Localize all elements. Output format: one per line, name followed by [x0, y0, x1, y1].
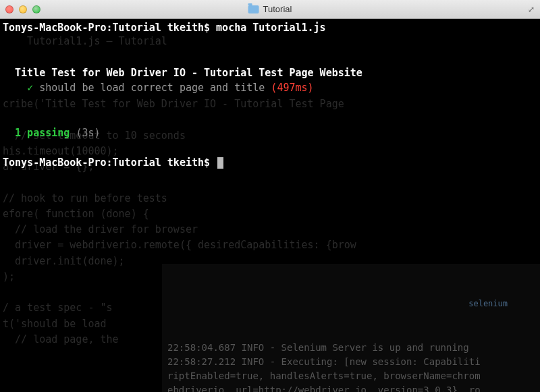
- prompt-line-2: Tonys-MacBook-Pro:Tutorial tkeith$: [3, 155, 537, 171]
- terminal-output: Tonys-MacBook-Pro:Tutorial tkeith$ mocha…: [3, 20, 537, 171]
- passing-line: 1 passing (3s): [3, 125, 537, 141]
- expand-icon[interactable]: ⤢: [528, 5, 535, 14]
- test-suite-title: Title Test for Web Driver IO - Tutorial …: [3, 65, 537, 81]
- close-button[interactable]: [5, 5, 14, 13]
- prompt-text: Tonys-MacBook-Pro:Tutorial tkeith$: [3, 157, 210, 169]
- test-timing: (497ms): [271, 82, 313, 94]
- selenium-log-text: 22:58:04.687 INFO - Selenium Server is u…: [167, 341, 535, 392]
- cursor: [217, 157, 223, 169]
- zoom-button[interactable]: [32, 5, 40, 13]
- command-text: mocha Tutorial1.js: [216, 22, 326, 34]
- check-icon: ✓: [27, 82, 33, 94]
- terminal-body[interactable]: Tutorial1.js — Tutorial cribe('Title Tes…: [0, 19, 540, 392]
- selenium-log-panel: selenium 22:58:04.687 INFO - Selenium Se…: [162, 264, 540, 392]
- folder-icon: [248, 5, 259, 13]
- test-name: should be load correct page and title: [39, 82, 265, 94]
- test-result-line: ✓ should be load correct page and title …: [3, 80, 537, 96]
- passing-count: 1 passing: [15, 127, 70, 139]
- window-title-text: Tutorial: [263, 4, 292, 14]
- minimize-button[interactable]: [19, 5, 27, 13]
- prompt-host: Tonys-MacBook-Pro:Tutorial tkeith$: [3, 22, 210, 34]
- terminal-window: Tutorial ⤢ Tutorial1.js — Tutorial cribe…: [0, 0, 540, 392]
- test-suite-title-text: Title Test for Web Driver IO - Tutorial …: [15, 67, 362, 79]
- titlebar: Tutorial ⤢: [0, 0, 540, 19]
- window-title: Tutorial: [248, 4, 292, 14]
- traffic-lights: [5, 5, 40, 13]
- passing-time: (3s): [76, 127, 100, 139]
- selenium-label: selenium: [167, 295, 535, 312]
- prompt-line-1: Tonys-MacBook-Pro:Tutorial tkeith$ mocha…: [3, 20, 537, 36]
